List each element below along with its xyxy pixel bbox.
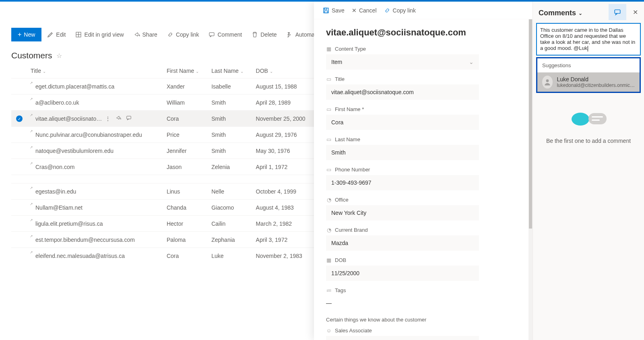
panel-scrollbar[interactable] [528,19,533,340]
table-row[interactable]: ↗Cras@non.comJasonZeleniaApril 1, 1972 [11,159,317,175]
scrollbar-thumb[interactable] [529,19,532,229]
column-first-name[interactable]: First Name⌄ [163,64,208,78]
field-label: Last Name [335,136,360,142]
cell-title[interactable]: ↗Nunc.pulvinar.arcu@conubianostraper.edu [27,127,163,143]
table-row[interactable]: ↗egestas@in.eduLinusNelleOctober 4, 1999 [11,183,317,200]
cell-first-name: Chanda [163,200,208,216]
new-button-label: New [24,31,35,38]
cell-title[interactable]: ↗natoque@vestibulumlorem.edu [27,143,163,159]
cell-last-name: Smith [208,111,252,127]
sales-associate-input[interactable]: Enter a name or email address [326,336,479,340]
dob-input[interactable]: 11/25/2000 [326,266,479,281]
field-label: Tags [335,287,346,293]
cell-title[interactable]: ↗eget.dictum.placerat@mattis.ca [27,78,163,95]
cell-dob: August 29, 1976 [253,127,317,143]
text-icon: ▭ [326,76,332,82]
save-button[interactable]: Save [323,7,345,14]
flow-icon [287,31,293,38]
delete-button[interactable]: Delete [248,28,281,41]
cell-title[interactable]: ↗Nullam@Etiam.net [27,200,163,216]
table-row[interactable]: ↗Nunc.pulvinar.arcu@conubianostraper.edu… [11,127,317,143]
cell-dob: April 3, 1972 [253,232,317,248]
chevron-down-icon: ⌄ [469,59,474,65]
column-dob[interactable]: DOB⌄ [253,64,317,78]
empty-comments-text: Be the first one to add a comment [533,138,644,144]
more-icon[interactable]: ⋮ [105,115,111,122]
cell-title[interactable]: ↗Cras@non.com [27,159,163,175]
cancel-button[interactable]: ✕ Cancel [352,7,377,14]
cell-title[interactable]: ↗eleifend.nec.malesuada@atrisus.ca [27,248,163,264]
details-panel: Save ✕ Cancel Copy link vitae.aliquet@so… [314,2,644,340]
comment-icon [208,31,215,38]
person-icon [543,78,551,86]
cell-first-name: Price [163,127,208,143]
panel-copy-link-button[interactable]: Copy link [384,7,416,14]
svg-rect-11 [592,116,603,117]
cell-dob: April 1, 1972 [253,159,317,175]
cell-first-name: William [163,95,208,111]
checkmark-icon: ✓ [16,115,23,122]
comment-icon [614,8,621,16]
column-last-name[interactable]: Last Name⌄ [208,64,252,78]
cell-title[interactable]: ↗egestas@in.edu [27,183,163,200]
cell-dob: October 4, 1999 [253,183,317,200]
share-icon[interactable] [116,115,121,122]
table-row[interactable]: ↗Nullam@Etiam.netChandaGiacomoAugust 4, … [11,200,317,216]
title-input[interactable]: vitae.aliquet@sociisnatoque.com [326,84,479,100]
cell-title[interactable]: ↗ligula.elit.pretium@risus.ca [27,216,163,232]
cell-last-name: Zephania [208,232,252,248]
cell-title[interactable]: ↗est.tempor.bibendum@neccursusa.com [27,232,163,248]
chevron-down-icon: ⌄ [270,69,273,74]
first-name-input[interactable]: Cora [326,115,479,130]
table-row[interactable]: ↗ligula.elit.pretium@risus.caHectorCaili… [11,216,317,232]
save-label: Save [332,7,345,14]
close-panel-button[interactable]: ✕ [626,4,644,20]
cell-first-name: Hector [163,216,208,232]
content-type-select[interactable]: Item ⌄ [326,54,479,70]
edit-button[interactable]: Edit [43,28,70,41]
cell-last-name: Smith [208,95,252,111]
field-label: DOB [335,257,346,263]
copy-link-button[interactable]: Copy link [163,28,203,41]
delete-label: Delete [260,31,277,38]
office-input[interactable]: New York City [326,205,479,220]
table-row[interactable]: ✓↗vitae.aliquet@sociisnato…⋮CoraSmithNov… [11,111,317,127]
cell-first-name: Cora [163,248,208,264]
toggle-comments-button[interactable] [609,4,626,20]
cell-dob: August 15, 1988 [253,78,317,95]
comment-button[interactable]: Comment [204,28,246,41]
svg-rect-7 [324,11,328,13]
favorite-star-icon[interactable]: ☆ [56,52,62,60]
chevron-down-icon: ⌄ [43,69,46,74]
plus-icon: + [18,31,21,38]
table-row[interactable]: ↗natoque@vestibulumlorem.eduJenniferSmit… [11,143,317,159]
comments-heading-text: Comments [539,9,576,17]
new-button[interactable]: + New [11,28,41,41]
table-row[interactable]: ↗a@aclibero.co.ukWilliamSmithApril 28, 1… [11,95,317,111]
tags-input[interactable]: — [326,296,479,310]
cell-title[interactable]: ↗vitae.aliquet@sociisnato…⋮ [27,111,163,127]
column-title[interactable]: Title⌄ [27,64,163,78]
panel-copy-link-label: Copy link [393,7,416,14]
cell-dob: March 2, 1982 [253,216,317,232]
phone-input[interactable]: 1-309-493-9697 [326,175,479,190]
suggestion-item[interactable]: Luke Donald lukedonald@citizenbuilders.o… [537,72,640,92]
table-row[interactable]: ↗eleifend.nec.malesuada@atrisus.caCoraLu… [11,248,317,264]
tags-icon: ≔ [326,288,332,293]
edit-grid-label: Edit in grid view [84,31,124,38]
last-name-input[interactable]: Smith [326,145,479,160]
comment-textarea[interactable]: This customer came in to the Dallas Offi… [536,23,641,56]
share-button[interactable]: Share [130,28,161,41]
cell-last-name: Zelenia [208,159,252,175]
cell-first-name: Jennifer [163,143,208,159]
comment-icon[interactable] [126,115,132,122]
share-label: Share [142,31,157,38]
empty-comments-placeholder: Be the first one to add a comment [533,109,644,144]
brand-input[interactable]: Mazda [326,235,479,251]
text-icon: ▭ [326,167,332,173]
edit-grid-button[interactable]: Edit in grid view [71,28,128,41]
table-row[interactable]: ↗est.tempor.bibendum@neccursusa.comPalom… [11,232,317,248]
cell-title[interactable]: ↗a@aclibero.co.uk [27,95,163,111]
cell-first-name: Xander [163,78,208,95]
table-row[interactable]: ↗eget.dictum.placerat@mattis.caXanderIsa… [11,78,317,95]
